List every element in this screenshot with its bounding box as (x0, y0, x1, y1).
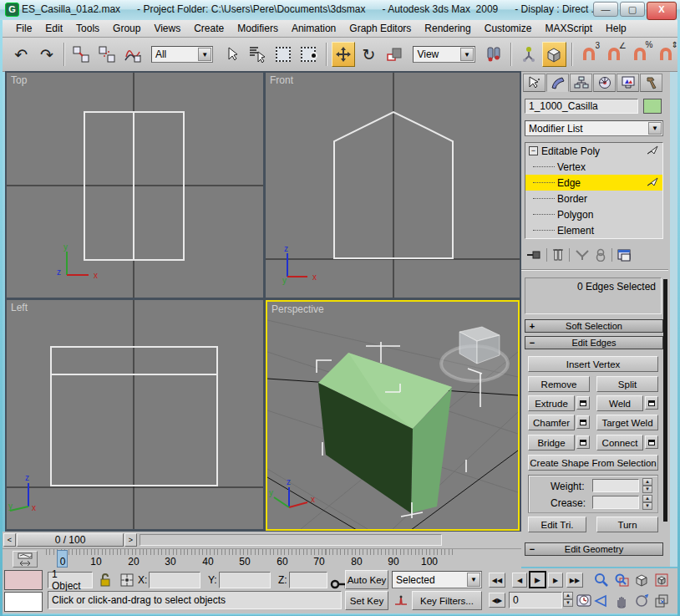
bridge-settings-icon[interactable] (576, 435, 590, 449)
z-field[interactable] (289, 572, 327, 588)
zoom-extents-all-icon[interactable] (652, 571, 671, 589)
extrude-settings-icon[interactable] (576, 396, 590, 410)
chamfer-button[interactable]: Chamfer (528, 415, 575, 430)
stack-row-element[interactable]: Element (525, 222, 662, 238)
key-filters-button[interactable]: Key Filters... (412, 591, 482, 610)
mini-curve-editor-icon[interactable] (13, 551, 38, 568)
redo-icon[interactable]: ↷ (35, 42, 59, 67)
pan-hand-icon[interactable] (612, 592, 631, 610)
crease-field[interactable] (592, 496, 639, 509)
menu-modifiers[interactable]: Modifiers (231, 21, 285, 36)
viewport-top[interactable]: y x z Top (7, 73, 263, 298)
menu-file[interactable]: File (9, 21, 38, 36)
weight-field[interactable] (592, 479, 639, 492)
chamfer-settings-icon[interactable] (576, 415, 590, 429)
auto-key-button[interactable]: Auto Key (345, 570, 388, 589)
viewport-perspective-label[interactable]: Perspective (271, 303, 324, 315)
unlink-selection-icon[interactable] (95, 42, 119, 67)
select-and-rotate-icon[interactable]: ↻ (357, 42, 381, 67)
spinner-snap-icon[interactable]: ⇕ (653, 42, 677, 67)
menu-edit[interactable]: Edit (38, 21, 69, 36)
menu-create[interactable]: Create (187, 21, 231, 36)
show-in-viewport-icon[interactable] (647, 145, 659, 155)
viewport-front-label[interactable]: Front (270, 74, 293, 86)
listener-pane[interactable] (4, 592, 43, 612)
go-to-end-icon[interactable]: ▶▶ (566, 573, 583, 588)
zoom-all-icon[interactable] (612, 571, 631, 589)
current-frame-field[interactable]: 0 (509, 592, 562, 608)
reference-coordinate-dropdown[interactable]: View▼ (413, 46, 474, 63)
select-object-icon[interactable] (220, 42, 244, 67)
stack-row-vertex[interactable]: Vertex (525, 159, 662, 175)
time-prev-button[interactable]: < (3, 533, 16, 547)
weld-button[interactable]: Weld (596, 395, 643, 411)
connect-settings-icon[interactable] (645, 435, 658, 449)
zoom-extents-icon[interactable] (632, 571, 651, 589)
menu-maxscript[interactable]: MAXScript (538, 21, 599, 36)
tab-hierarchy-icon[interactable] (570, 74, 592, 92)
rollout-edit-geometry[interactable]: − Edit Geometry (525, 542, 663, 556)
frame-spinner[interactable]: ▲▼ (563, 592, 573, 607)
macro-recorder-pane[interactable] (4, 570, 43, 590)
rollout-soft-selection[interactable]: + Soft Selection (525, 319, 663, 333)
insert-vertex-button[interactable]: Insert Vertex (528, 356, 658, 372)
stack-row-edge[interactable]: Edge (525, 175, 662, 191)
arc-rotate-icon[interactable] (632, 592, 651, 610)
rectangular-selection-region-icon[interactable] (271, 42, 296, 67)
crease-spinner[interactable]: ▲▼ (642, 495, 652, 510)
stack-row-polygon[interactable]: Polygon (525, 206, 662, 222)
target-weld-button[interactable]: Target Weld (596, 415, 658, 430)
next-frame-icon[interactable]: ▶ (548, 573, 563, 588)
edit-tri-button[interactable]: Edit Tri. (528, 517, 586, 532)
previous-frame-icon[interactable]: ◀ (512, 573, 527, 588)
chevron-down-icon[interactable]: ▼ (648, 122, 662, 135)
menu-rendering[interactable]: Rendering (418, 21, 477, 36)
play-icon[interactable]: ▶ (529, 571, 546, 588)
undo-icon[interactable]: ↶ (9, 42, 33, 67)
menu-group[interactable]: Group (106, 21, 147, 36)
angle-snap-toggle-icon[interactable]: ∠ (602, 42, 627, 67)
tab-create-icon[interactable] (523, 74, 546, 92)
chevron-down-icon[interactable]: ▼ (460, 48, 474, 61)
show-end-result-icon[interactable] (552, 248, 564, 262)
select-and-scale-icon[interactable] (383, 42, 407, 67)
time-slider-track[interactable] (140, 534, 442, 546)
viewport-front[interactable]: z x y Front (266, 73, 520, 298)
zoom-icon[interactable] (592, 571, 611, 589)
pin-stack-icon[interactable] (526, 249, 541, 261)
percent-snap-icon[interactable]: % (628, 42, 652, 67)
title-bar[interactable]: G ES_Casilla_01a2.max - Project Folder: … (0, 0, 680, 20)
menu-views[interactable]: Views (147, 21, 187, 36)
go-to-start-icon[interactable]: ◀◀ (489, 573, 505, 588)
rollout-edit-edges[interactable]: − Edit Edges (525, 336, 663, 349)
remove-modifier-icon[interactable] (595, 248, 606, 262)
create-shape-button[interactable]: Create Shape From Selection (528, 455, 658, 471)
minimize-button[interactable]: — (593, 2, 618, 17)
show-in-viewport-icon[interactable] (647, 176, 659, 187)
menu-animation[interactable]: Animation (285, 21, 343, 36)
bridge-button[interactable]: Bridge (528, 435, 575, 451)
turn-button[interactable]: Turn (596, 517, 658, 532)
viewport-left-label[interactable]: Left (11, 302, 28, 313)
stack-row-border[interactable]: Border (525, 191, 662, 206)
split-button[interactable]: Split (596, 376, 658, 392)
select-and-move-icon[interactable] (332, 42, 356, 67)
x-field[interactable] (149, 572, 200, 588)
maximize-button[interactable]: ▢ (620, 2, 645, 17)
connect-button[interactable]: Connect (596, 435, 643, 451)
tab-motion-icon[interactable] (593, 74, 616, 92)
y-field[interactable] (219, 572, 271, 588)
tab-display-icon[interactable] (617, 74, 639, 92)
close-button[interactable]: X (647, 2, 677, 20)
object-name-field[interactable]: 1_1000_Casilla (525, 99, 638, 114)
absolute-mode-icon[interactable] (118, 571, 136, 589)
make-unique-icon[interactable] (575, 249, 590, 261)
chevron-down-icon[interactable]: ▼ (198, 48, 211, 61)
object-color-swatch[interactable] (643, 99, 662, 114)
select-by-name-icon[interactable] (246, 42, 270, 67)
bind-to-space-warp-icon[interactable] (120, 42, 145, 67)
stack-row-editable-poly[interactable]: − Editable Poly (525, 143, 662, 159)
select-and-manipulate-icon[interactable] (516, 42, 540, 67)
panel-scrollbar[interactable] (663, 279, 667, 522)
window-crossing-icon[interactable] (297, 42, 321, 67)
